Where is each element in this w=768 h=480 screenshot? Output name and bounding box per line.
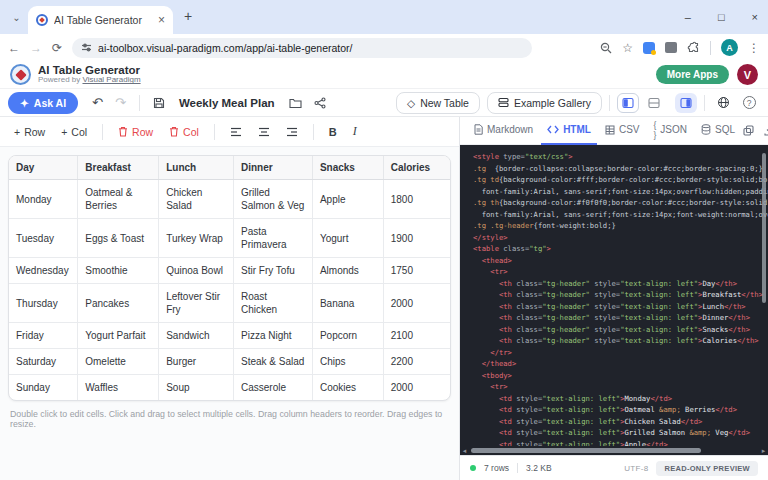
browser-tab[interactable]: AI Table Generator × [28, 6, 173, 34]
undo-button[interactable]: ↶ [86, 95, 109, 110]
example-gallery-button[interactable]: Example Gallery [487, 92, 602, 114]
table-row[interactable]: MondayOatmeal & BerriesChicken SaladGril… [9, 180, 450, 219]
table-cell[interactable]: Steak & Salad [234, 349, 313, 375]
table-cell[interactable]: 2200 [383, 349, 450, 375]
tab-csv[interactable]: CSV [599, 117, 646, 145]
browser-menu-icon[interactable]: ⋮ [748, 41, 760, 55]
table-cell[interactable]: Pancakes [78, 284, 159, 323]
add-row-button[interactable]: + Row [6, 122, 53, 142]
visual-paradigm-link[interactable]: Visual Paradigm [82, 75, 140, 84]
back-icon[interactable]: ← [8, 41, 20, 55]
table-cell[interactable]: Sunday [9, 375, 78, 401]
table-cell[interactable]: Saturday [9, 349, 78, 375]
table-cell[interactable]: 2100 [383, 323, 450, 349]
horizontal-scrollbar[interactable]: ◂ ▸ [460, 446, 768, 455]
align-center-button[interactable] [250, 123, 278, 141]
table-cell[interactable]: Pasta Primavera [234, 219, 313, 258]
table-cell[interactable]: Soup [159, 375, 234, 401]
table-cell[interactable]: Roast Chicken [234, 284, 313, 323]
layout-panel-right-toggle[interactable] [675, 93, 697, 113]
table-cell[interactable]: Oatmeal & Berries [78, 180, 159, 219]
tab-sql[interactable]: SQL [695, 117, 741, 145]
download-icon[interactable] [764, 125, 768, 136]
more-apps-button[interactable]: More Apps [656, 65, 729, 84]
copy-icon[interactable] [743, 125, 754, 136]
ask-ai-button[interactable]: ✦ Ask AI [8, 92, 78, 114]
layout-split-horizontal-toggle[interactable] [643, 93, 665, 113]
table-cell[interactable]: Burger [159, 349, 234, 375]
table-cell[interactable]: Yogurt [312, 219, 383, 258]
column-header[interactable]: Snacks [312, 156, 383, 180]
table-cell[interactable]: Pizza Night [234, 323, 313, 349]
layout-split-vertical-toggle[interactable] [617, 93, 639, 113]
column-header[interactable]: Breakfast [78, 156, 159, 180]
table-row[interactable]: ThursdayPancakesLeftover Stir FryRoast C… [9, 284, 450, 323]
column-header[interactable]: Lunch [159, 156, 234, 180]
help-icon[interactable]: ? [738, 93, 760, 113]
table-cell[interactable]: Eggs & Toast [78, 219, 159, 258]
table-cell[interactable]: Monday [9, 180, 78, 219]
table-cell[interactable]: Tuesday [9, 219, 78, 258]
table-cell[interactable]: Yogurt Parfait [78, 323, 159, 349]
table-cell[interactable]: Smoothie [78, 258, 159, 284]
table-cell[interactable]: 1800 [383, 180, 450, 219]
table-cell[interactable]: Popcorn [312, 323, 383, 349]
table-cell[interactable]: Thursday [9, 284, 78, 323]
extension-colored-icon[interactable] [643, 42, 655, 54]
table-row[interactable]: FridayYogurt ParfaitSandwichPizza NightP… [9, 323, 450, 349]
scrollbar-thumb[interactable] [471, 448, 701, 453]
window-maximize-button[interactable]: □ [718, 11, 725, 23]
user-avatar[interactable]: V [737, 64, 758, 85]
table-cell[interactable]: 2000 [383, 284, 450, 323]
share-icon[interactable] [308, 97, 332, 109]
table-cell[interactable]: 1900 [383, 219, 450, 258]
save-icon[interactable] [147, 97, 171, 109]
table-cell[interactable]: Stir Fry Tofu [234, 258, 313, 284]
table-cell[interactable]: Friday [9, 323, 78, 349]
browser-profile-avatar[interactable]: A [721, 39, 738, 56]
table-cell[interactable]: Banana [312, 284, 383, 323]
add-col-button[interactable]: + Col [53, 122, 95, 142]
delete-col-button[interactable]: Col [161, 122, 207, 142]
table-cell[interactable]: 2000 [383, 375, 450, 401]
table-row[interactable]: WednesdaySmoothieQuinoa BowlStir Fry Tof… [9, 258, 450, 284]
table-cell[interactable]: Waffles [78, 375, 159, 401]
window-close-button[interactable]: × [752, 11, 758, 23]
bold-button[interactable]: B [321, 122, 345, 142]
extension-gray-icon[interactable] [665, 42, 677, 53]
align-left-button[interactable] [222, 123, 250, 141]
table-header-row[interactable]: DayBreakfastLunchDinnerSnacksCalories [9, 156, 450, 180]
zoom-icon[interactable] [600, 42, 612, 54]
table-row[interactable]: SundayWafflesSoupCasseroleCookies2000 [9, 375, 450, 401]
extensions-puzzle-icon[interactable] [687, 41, 700, 54]
new-tab-button[interactable]: + [184, 8, 192, 24]
address-bar[interactable]: ai-toolbox.visual-paradigm.com/app/ai-ta… [72, 38, 532, 58]
tab-json[interactable]: { } JSON [647, 117, 693, 145]
column-header[interactable]: Dinner [234, 156, 313, 180]
column-header[interactable]: Calories [383, 156, 450, 180]
table-cell[interactable]: Sandwich [159, 323, 234, 349]
redo-button[interactable]: ↷ [109, 95, 132, 110]
table-row[interactable]: SaturdayOmeletteBurgerSteak & SaladChips… [9, 349, 450, 375]
table-cell[interactable]: Turkey Wrap [159, 219, 234, 258]
table-cell[interactable]: Quinoa Bowl [159, 258, 234, 284]
open-folder-icon[interactable] [283, 97, 308, 109]
table-cell[interactable]: Wednesday [9, 258, 78, 284]
scroll-right-icon[interactable]: ▸ [759, 447, 768, 455]
panel-divider[interactable] [459, 117, 460, 480]
forward-icon[interactable]: → [30, 41, 42, 55]
table-cell[interactable]: Chips [312, 349, 383, 375]
table-cell[interactable]: 1750 [383, 258, 450, 284]
table-cell[interactable]: Grilled Salmon & Veg [234, 180, 313, 219]
meal-table[interactable]: DayBreakfastLunchDinnerSnacksCalories Mo… [9, 156, 450, 400]
window-minimize-button[interactable]: – [685, 11, 691, 23]
table-cell[interactable]: Apple [312, 180, 383, 219]
code-preview[interactable]: <style type="text/css">.tg {border-colla… [460, 145, 768, 455]
bookmark-star-icon[interactable]: ☆ [622, 41, 633, 55]
tab-html[interactable]: HTML [541, 117, 597, 145]
table-cell[interactable]: Chicken Salad [159, 180, 234, 219]
table-cell[interactable]: Omelette [78, 349, 159, 375]
align-right-button[interactable] [278, 123, 306, 141]
column-header[interactable]: Day [9, 156, 78, 180]
vertical-scrollbar[interactable] [762, 153, 766, 303]
